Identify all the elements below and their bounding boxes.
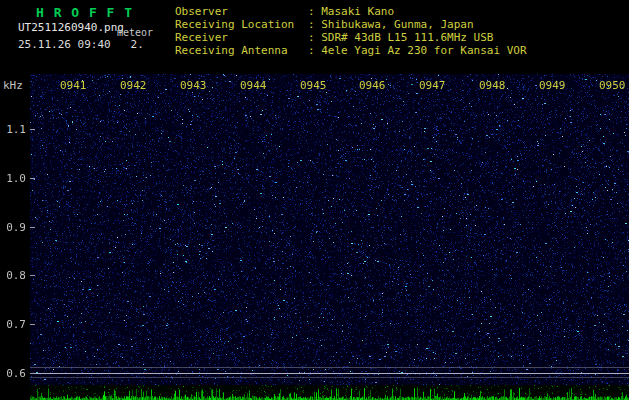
info-label: Receiving Location bbox=[175, 18, 308, 31]
info-label: Observer bbox=[175, 5, 308, 18]
observation-tag: meteor bbox=[117, 27, 153, 38]
info-colon: : bbox=[308, 31, 321, 44]
time-label: 0946 bbox=[359, 79, 386, 92]
time-label: 0942 bbox=[120, 79, 147, 92]
app-title: H R O F F T bbox=[36, 5, 133, 20]
freq-tick bbox=[30, 275, 35, 276]
info-row: Receiver: SDR# 43dB L15 111.6MHz USB bbox=[175, 31, 527, 44]
time-label: 0944 bbox=[240, 79, 267, 92]
info-block: Observer: Masaki KanoReceiving Location:… bbox=[175, 5, 527, 57]
info-colon: : bbox=[308, 44, 321, 57]
freq-tick bbox=[30, 373, 35, 374]
khz-unit-label: kHz bbox=[3, 79, 23, 92]
info-value: Shibukawa, Gunma, Japan bbox=[321, 18, 473, 31]
spectrogram-canvas bbox=[30, 74, 629, 385]
info-row: Receiving Location: Shibukawa, Gunma, Ja… bbox=[175, 18, 527, 31]
filename-label: UT2511260940.png bbox=[18, 21, 124, 34]
info-value: Masaki Kano bbox=[321, 5, 394, 18]
time-label: 0950 bbox=[599, 79, 626, 92]
time-label: 0949 bbox=[539, 79, 566, 92]
info-row: Receiving Antenna: 4ele Yagi Az 230 for … bbox=[175, 44, 527, 57]
signal-strip-canvas bbox=[30, 385, 629, 400]
freq-label: 0.6 bbox=[2, 367, 26, 380]
info-colon: : bbox=[308, 5, 321, 18]
info-colon: : bbox=[308, 18, 321, 31]
info-value: 4ele Yagi Az 230 for Kansai VOR bbox=[321, 44, 526, 57]
info-value: SDR# 43dB L15 111.6MHz USB bbox=[321, 31, 493, 44]
freq-label: 1.1 bbox=[2, 123, 26, 136]
info-label: Receiving Antenna bbox=[175, 44, 308, 57]
freq-label: 0.7 bbox=[2, 318, 26, 331]
freq-tick bbox=[30, 227, 35, 228]
hrofft-screen: H R O F F T UT2511260940.png meteor 25.1… bbox=[0, 0, 629, 400]
freq-tick bbox=[30, 129, 35, 130]
freq-tick bbox=[30, 324, 35, 325]
freq-label: 1.0 bbox=[2, 172, 26, 185]
freq-label: 0.9 bbox=[2, 221, 26, 234]
time-label: 0947 bbox=[419, 79, 446, 92]
datetime-label: 25.11.26 09:40 2. bbox=[18, 38, 144, 51]
time-label: 0943 bbox=[180, 79, 207, 92]
freq-label: 0.8 bbox=[2, 269, 26, 282]
freq-tick bbox=[30, 178, 35, 179]
info-label: Receiver bbox=[175, 31, 308, 44]
info-row: Observer: Masaki Kano bbox=[175, 5, 527, 18]
time-label: 0945 bbox=[300, 79, 327, 92]
time-label: 0941 bbox=[60, 79, 87, 92]
time-label: 0948 bbox=[479, 79, 506, 92]
